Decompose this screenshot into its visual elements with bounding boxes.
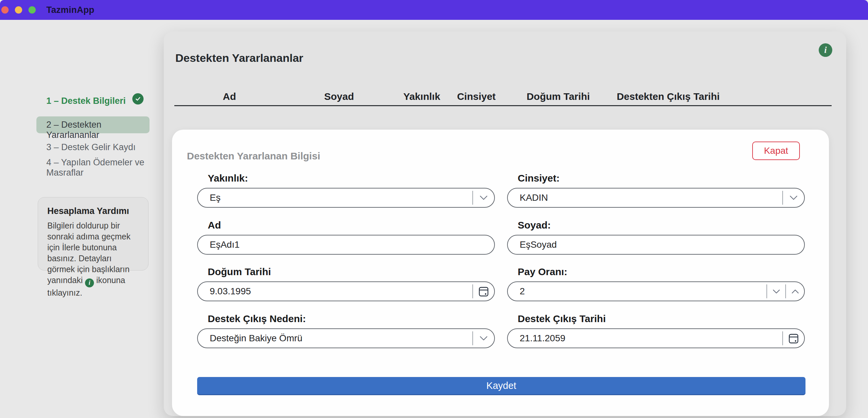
maximize-window-button[interactable] bbox=[28, 6, 36, 13]
destek-cikis-nedeni-label: Destek Çıkış Nedeni: bbox=[208, 313, 495, 324]
calendar-icon[interactable] bbox=[783, 333, 804, 344]
info-icon-button[interactable]: i bbox=[819, 43, 832, 57]
field-dogum-tarihi: Doğum Tarihi 9.03.1995 bbox=[197, 266, 495, 301]
minimize-window-button[interactable] bbox=[15, 6, 22, 13]
dogum-tarihi-label: Doğum Tarihi bbox=[208, 266, 495, 278]
yakinlik-value: Eş bbox=[210, 192, 472, 203]
app-window: { "titlebar": { "app_title": "TazminApp"… bbox=[0, 0, 868, 418]
destek-cikis-tarihi-value: 21.11.2059 bbox=[520, 333, 782, 344]
field-ad: Ad EşAdı1 bbox=[197, 220, 495, 255]
sidebar-step-4[interactable]: 4 – Yapılan Ödemeler ve Masraflar bbox=[46, 157, 146, 178]
pay-orani-value: 2 bbox=[520, 286, 767, 297]
destek-cikis-nedeni-select[interactable]: Desteğin Bakiye Ömrü bbox=[197, 328, 495, 348]
field-pay-orani: Pay Oranı: 2 bbox=[507, 266, 805, 301]
calculation-help-box: Hesaplama Yardımı Bilgileri doldurup bir… bbox=[38, 197, 149, 270]
yakinlik-label: Yakınlık: bbox=[208, 173, 495, 184]
field-destek-cikis-nedeni: Destek Çıkış Nedeni: Desteğin Bakiye Ömr… bbox=[197, 313, 495, 348]
column-header-dogum-tarihi: Doğum Tarihi bbox=[503, 91, 614, 102]
soyad-label: Soyad: bbox=[518, 220, 805, 231]
column-header-yakinlik: Yakınlık bbox=[394, 91, 450, 102]
yakinlik-select[interactable]: Eş bbox=[197, 188, 495, 208]
sidebar-step-1[interactable]: 1 – Destek Bilgileri bbox=[46, 96, 126, 106]
calendar-icon[interactable] bbox=[473, 286, 494, 297]
dogum-tarihi-value: 9.03.1995 bbox=[210, 286, 472, 297]
soyad-input[interactable]: EşSoyad bbox=[507, 235, 805, 255]
stepper-increment-chevron-up-icon[interactable] bbox=[786, 289, 804, 294]
help-body: Bilgileri doldurup bir sonraki adıma geç… bbox=[47, 220, 139, 298]
pay-orani-stepper[interactable]: 2 bbox=[507, 282, 805, 301]
close-form-button[interactable]: Kapat bbox=[752, 141, 800, 160]
field-soyad: Soyad: EşSoyad bbox=[507, 220, 805, 255]
window-titlebar: TazminApp bbox=[0, 0, 868, 20]
check-circle-icon bbox=[132, 93, 144, 104]
field-yakinlik: Yakınlık: Eş bbox=[197, 173, 495, 208]
cinsiyet-value: KADIN bbox=[520, 192, 782, 203]
column-header-cinsiyet: Cinsiyet bbox=[450, 91, 503, 102]
field-destek-cikis-tarihi: Destek Çıkış Tarihi 21.11.2059 bbox=[507, 313, 805, 348]
destek-cikis-tarihi-date-input[interactable]: 21.11.2059 bbox=[507, 328, 805, 348]
field-cinsiyet: Cinsiyet: KADIN bbox=[507, 173, 805, 208]
destek-cikis-tarihi-label: Destek Çıkış Tarihi bbox=[518, 313, 805, 324]
sidebar-step-3[interactable]: 3 – Destek Gelir Kaydı bbox=[46, 142, 135, 153]
sidebar-step-2[interactable]: 2 – Destekten Yararlananlar bbox=[46, 120, 151, 140]
chevron-down-icon[interactable] bbox=[783, 195, 804, 200]
beneficiaries-table-header: Ad Soyad Yakınlık Cinsiyet Doğum Tarihi … bbox=[174, 91, 823, 102]
dogum-tarihi-date-input[interactable]: 9.03.1995 bbox=[197, 282, 495, 301]
cinsiyet-label: Cinsiyet: bbox=[518, 173, 805, 184]
info-icon: i bbox=[85, 279, 94, 287]
chevron-down-icon[interactable] bbox=[473, 195, 494, 200]
column-header-destekten-cikis-tarihi: Destekten Çıkış Tarihi bbox=[614, 91, 723, 102]
ad-label: Ad bbox=[208, 220, 495, 231]
close-window-button[interactable] bbox=[1, 6, 9, 13]
cinsiyet-select[interactable]: KADIN bbox=[507, 188, 805, 208]
chevron-down-icon[interactable] bbox=[473, 336, 494, 341]
pay-orani-label: Pay Oranı: bbox=[518, 266, 805, 278]
column-header-ad: Ad bbox=[174, 91, 284, 102]
ad-value: EşAdı1 bbox=[210, 239, 494, 250]
beneficiaries-panel: Destekten Yararlananlar i Ad Soyad Yakın… bbox=[164, 31, 846, 416]
ad-input[interactable]: EşAdı1 bbox=[197, 235, 495, 255]
soyad-value: EşSoyad bbox=[520, 239, 804, 250]
page-title: Destekten Yararlananlar bbox=[175, 52, 303, 64]
column-header-soyad: Soyad bbox=[284, 91, 394, 102]
destek-cikis-nedeni-value: Desteğin Bakiye Ömrü bbox=[210, 333, 472, 344]
form-title: Destekten Yararlanan Bilgisi bbox=[187, 151, 320, 162]
window-controls bbox=[1, 6, 36, 13]
stepper-decrement-chevron-down-icon[interactable] bbox=[767, 289, 785, 294]
beneficiary-form-card: Destekten Yararlanan Bilgisi Kapat Yakın… bbox=[172, 130, 829, 416]
table-header-divider bbox=[174, 105, 832, 106]
save-button[interactable]: Kaydet bbox=[197, 377, 805, 395]
help-title: Hesaplama Yardımı bbox=[47, 206, 139, 216]
app-title: TazminApp bbox=[46, 5, 94, 15]
